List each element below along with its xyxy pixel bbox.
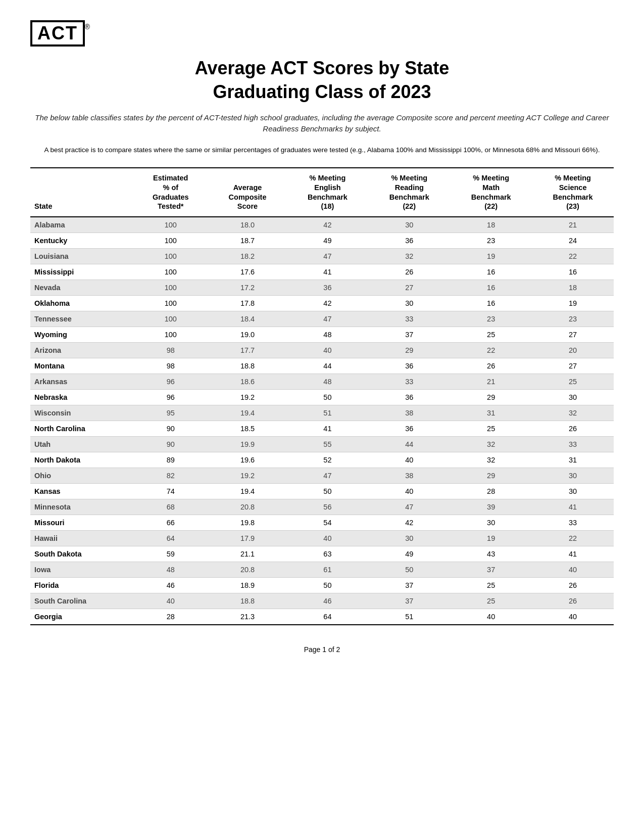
cell-english: 50 <box>286 484 368 499</box>
cell-reading: 33 <box>368 374 450 390</box>
cell-state: Tennessee <box>30 311 133 327</box>
cell-pct: 100 <box>133 311 209 327</box>
cell-math: 18 <box>450 217 532 233</box>
cell-math: 25 <box>450 578 532 593</box>
table-row: Nevada10017.236271618 <box>30 280 614 296</box>
cell-reading: 40 <box>368 484 450 499</box>
cell-science: 30 <box>532 484 614 499</box>
cell-composite: 18.8 <box>209 358 287 374</box>
cell-reading: 32 <box>368 249 450 264</box>
cell-english: 41 <box>286 264 368 280</box>
cell-science: 20 <box>532 343 614 358</box>
cell-math: 28 <box>450 484 532 499</box>
cell-pct: 46 <box>133 578 209 593</box>
table-row: Wisconsin9519.451383132 <box>30 405 614 421</box>
table-row: Missouri6619.854423033 <box>30 515 614 531</box>
cell-composite: 19.8 <box>209 515 287 531</box>
cell-english: 50 <box>286 390 368 405</box>
cell-composite: 18.4 <box>209 311 287 327</box>
cell-composite: 18.2 <box>209 249 287 264</box>
page-title: Average ACT Scores by State Graduating C… <box>30 57 614 104</box>
cell-state: Wyoming <box>30 327 133 343</box>
cell-science: 19 <box>532 296 614 311</box>
cell-state: Montana <box>30 358 133 374</box>
cell-state: North Dakota <box>30 452 133 468</box>
table-row: Tennessee10018.447332323 <box>30 311 614 327</box>
cell-pct: 100 <box>133 327 209 343</box>
table-row: Georgia2821.364514040 <box>30 609 614 625</box>
cell-math: 21 <box>450 374 532 390</box>
title-line1: Average ACT Scores by State <box>195 58 450 78</box>
cell-pct: 66 <box>133 515 209 531</box>
cell-math: 29 <box>450 468 532 484</box>
cell-math: 25 <box>450 593 532 609</box>
note-text: A best practice is to compare states whe… <box>30 145 614 155</box>
cell-science: 24 <box>532 233 614 249</box>
cell-english: 64 <box>286 609 368 625</box>
table-row: Utah9019.955443233 <box>30 437 614 452</box>
cell-english: 47 <box>286 249 368 264</box>
cell-composite: 18.0 <box>209 217 287 233</box>
cell-reading: 47 <box>368 499 450 515</box>
cell-composite: 20.8 <box>209 562 287 578</box>
cell-composite: 17.2 <box>209 280 287 296</box>
cell-pct: 48 <box>133 562 209 578</box>
cell-science: 40 <box>532 562 614 578</box>
cell-composite: 17.6 <box>209 264 287 280</box>
cell-state: Arizona <box>30 343 133 358</box>
act-logo: ACT <box>30 20 85 47</box>
cell-state: Florida <box>30 578 133 593</box>
cell-science: 22 <box>532 249 614 264</box>
cell-reading: 30 <box>368 217 450 233</box>
cell-pct: 100 <box>133 264 209 280</box>
cell-composite: 18.5 <box>209 421 287 437</box>
cell-english: 42 <box>286 217 368 233</box>
col-state: State <box>30 168 133 217</box>
cell-composite: 19.2 <box>209 468 287 484</box>
cell-state: Kansas <box>30 484 133 499</box>
cell-composite: 19.2 <box>209 390 287 405</box>
cell-math: 19 <box>450 531 532 546</box>
cell-math: 25 <box>450 327 532 343</box>
table-row: Arkansas9618.648332125 <box>30 374 614 390</box>
cell-reading: 29 <box>368 343 450 358</box>
cell-english: 48 <box>286 327 368 343</box>
cell-reading: 30 <box>368 531 450 546</box>
table-row: Ohio8219.247382930 <box>30 468 614 484</box>
cell-pct: 64 <box>133 531 209 546</box>
cell-reading: 26 <box>368 264 450 280</box>
cell-composite: 18.9 <box>209 578 287 593</box>
cell-math: 16 <box>450 296 532 311</box>
table-row: Hawaii6417.940301922 <box>30 531 614 546</box>
cell-pct: 59 <box>133 546 209 562</box>
cell-composite: 20.8 <box>209 499 287 515</box>
cell-science: 33 <box>532 515 614 531</box>
table-row: Arizona9817.740292220 <box>30 343 614 358</box>
cell-math: 26 <box>450 358 532 374</box>
cell-reading: 42 <box>368 515 450 531</box>
col-pct: Estimated% ofGraduatesTested* <box>133 168 209 217</box>
cell-composite: 18.7 <box>209 233 287 249</box>
cell-science: 40 <box>532 609 614 625</box>
table-row: Florida4618.950372526 <box>30 578 614 593</box>
cell-english: 41 <box>286 421 368 437</box>
cell-state: Missouri <box>30 515 133 531</box>
table-row: South Carolina4018.846372526 <box>30 593 614 609</box>
cell-pct: 90 <box>133 437 209 452</box>
table-row: Minnesota6820.856473941 <box>30 499 614 515</box>
cell-english: 47 <box>286 468 368 484</box>
cell-reading: 44 <box>368 437 450 452</box>
cell-english: 48 <box>286 374 368 390</box>
cell-english: 55 <box>286 437 368 452</box>
cell-reading: 36 <box>368 421 450 437</box>
cell-english: 51 <box>286 405 368 421</box>
cell-composite: 17.9 <box>209 531 287 546</box>
cell-math: 32 <box>450 437 532 452</box>
cell-english: 49 <box>286 233 368 249</box>
cell-science: 32 <box>532 405 614 421</box>
table-row: Mississippi10017.641261616 <box>30 264 614 280</box>
cell-state: Mississippi <box>30 264 133 280</box>
cell-science: 30 <box>532 468 614 484</box>
cell-pct: 100 <box>133 249 209 264</box>
cell-english: 46 <box>286 593 368 609</box>
